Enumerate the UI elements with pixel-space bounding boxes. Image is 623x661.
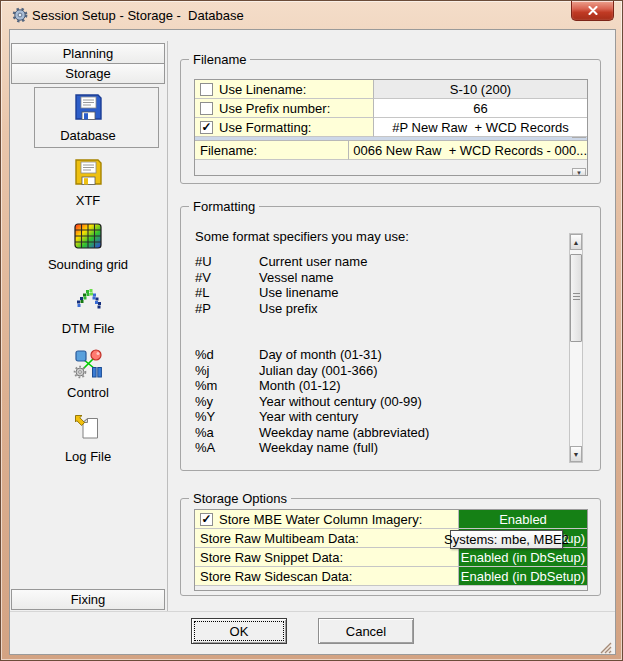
table-row-use-linename: Use Linename: S-10 (200) bbox=[195, 80, 587, 99]
footer-separator bbox=[10, 611, 615, 612]
specifier-code: %m bbox=[195, 378, 259, 393]
sidebar-item-log-file[interactable]: Log File bbox=[11, 449, 165, 464]
use-formatting-checkbox[interactable]: ✓ bbox=[200, 121, 213, 134]
spinner-down-button[interactable]: ▼ bbox=[572, 168, 586, 176]
store-sidescan-label-cell: Store Raw Sidescan Data: bbox=[195, 567, 459, 586]
specifier-code: %y bbox=[195, 394, 259, 409]
list-item: #V Vessel name bbox=[195, 270, 367, 286]
table-row-store-sidescan: Store Raw Sidescan Data: Enabled (in DbS… bbox=[195, 567, 587, 586]
specifier-code: %a bbox=[195, 425, 259, 440]
sidebar-item-control-label: Control bbox=[67, 385, 109, 400]
specifier-code: %Y bbox=[195, 409, 259, 424]
list-item: %d Day of month (01-31) bbox=[195, 347, 429, 363]
store-wci-status[interactable]: Enabled bbox=[459, 510, 587, 529]
scrollbar-thumb[interactable] bbox=[570, 254, 582, 342]
sidebar-item-dtm-file[interactable]: DTM File bbox=[11, 321, 165, 336]
linename-value: S-10 (200) bbox=[374, 80, 587, 99]
filename-table: Use Linename: S-10 (200) Use Prefix numb… bbox=[194, 79, 588, 176]
rainbow-grid-icon[interactable] bbox=[72, 220, 104, 252]
specifier-code: #U bbox=[195, 254, 259, 269]
close-button[interactable] bbox=[571, 1, 614, 21]
formatting-scrollbar[interactable]: ▲ ▼ bbox=[569, 233, 583, 463]
formatting-intro: Some format specifiers you may use: bbox=[195, 229, 409, 244]
prefix-spinner: ▲ ▼ bbox=[572, 99, 586, 117]
filename-result-label-cell: Filename: bbox=[195, 141, 349, 160]
store-wci-checkbox[interactable]: ✓ bbox=[200, 513, 213, 526]
formatting-pattern-field[interactable]: #P New Raw + WCD Records bbox=[374, 118, 587, 137]
specifier-code: %d bbox=[195, 347, 259, 362]
app-gear-icon bbox=[12, 7, 28, 23]
specifier-desc: Weekday name (abbreviated) bbox=[259, 425, 429, 440]
sidebar-item-database[interactable]: Database bbox=[11, 128, 165, 143]
sidebar-item-sounding-grid[interactable]: Sounding grid bbox=[11, 257, 165, 272]
prefix-number-field[interactable]: 66 ▲ ▼ bbox=[374, 99, 587, 118]
filename-group-title: Filename bbox=[189, 52, 250, 67]
floppy-blue-icon[interactable] bbox=[72, 91, 104, 123]
ok-button[interactable]: OK bbox=[191, 618, 287, 644]
sidebar-tab-planning[interactable]: Planning bbox=[11, 43, 165, 64]
storage-options-table: ✓ Store MBE Water Column Imagery: Enable… bbox=[194, 509, 588, 591]
list-item: #U Current user name bbox=[195, 254, 367, 270]
sidebar-item-sounding-grid-label: Sounding grid bbox=[48, 257, 128, 272]
list-item: #L Use linename bbox=[195, 285, 367, 301]
specifier-code: %A bbox=[195, 440, 259, 455]
prefix-number-value: 66 bbox=[473, 101, 487, 116]
store-multibeam-label-cell: Store Raw Multibeam Data: bbox=[195, 529, 459, 548]
storage-options-group-title: Storage Options bbox=[189, 491, 291, 506]
specifier-desc: Year with century bbox=[259, 409, 358, 424]
sidebar-tab-planning-label: Planning bbox=[63, 46, 114, 61]
log-file-icon[interactable] bbox=[72, 412, 104, 444]
specifier-desc: Day of month (01-31) bbox=[259, 347, 382, 362]
store-sidescan-label: Store Raw Sidescan Data: bbox=[200, 569, 352, 584]
cancel-button[interactable]: Cancel bbox=[318, 618, 414, 644]
specifier-code: %j bbox=[195, 363, 259, 378]
table-row-store-wci: ✓ Store MBE Water Column Imagery: Enable… bbox=[195, 510, 587, 529]
specifier-code: #P bbox=[195, 301, 259, 316]
format-specifier-list: #U Current user name #V Vessel name #L U… bbox=[195, 254, 367, 316]
use-linename-label: Use Linename: bbox=[219, 82, 306, 97]
dtm-scatter-icon[interactable] bbox=[72, 284, 104, 316]
ok-button-label: OK bbox=[230, 624, 249, 639]
specifier-desc: Year without century (00-99) bbox=[259, 394, 422, 409]
sidebar-item-database-label: Database bbox=[60, 128, 116, 143]
sidebar-item-log-file-label: Log File bbox=[65, 449, 111, 464]
store-sidescan-status: Enabled (in DbSetup) bbox=[459, 567, 587, 586]
resize-grip[interactable] bbox=[598, 640, 613, 658]
sidebar-tab-storage-label: Storage bbox=[65, 66, 111, 81]
use-linename-checkbox[interactable] bbox=[200, 83, 213, 96]
store-snippet-label: Store Raw Snippet Data: bbox=[200, 550, 343, 565]
floppy-yellow-icon[interactable] bbox=[72, 156, 104, 188]
sidebar-tab-storage[interactable]: Storage bbox=[11, 63, 165, 84]
systems-tooltip: Systems: mbe, MBE2 bbox=[450, 530, 563, 549]
sidebar-tab-fixing[interactable]: Fixing bbox=[11, 589, 165, 610]
store-snippet-status: Enabled (in DbSetup) bbox=[459, 548, 587, 567]
control-devices-icon[interactable] bbox=[72, 348, 104, 380]
store-wci-label-cell: ✓ Store MBE Water Column Imagery: bbox=[195, 510, 459, 529]
store-wci-label: Store MBE Water Column Imagery: bbox=[219, 512, 422, 527]
list-item: %j Julian day (001-366) bbox=[195, 363, 429, 379]
filename-result-label: Filename: bbox=[200, 143, 257, 158]
use-linename-label-cell: Use Linename: bbox=[195, 80, 374, 99]
table-row-filename-result: Filename: 0066 New Raw + WCD Records - 0… bbox=[195, 141, 587, 160]
scrollbar-up-button[interactable]: ▲ bbox=[570, 234, 582, 250]
list-item: %m Month (01-12) bbox=[195, 378, 429, 394]
sidebar-tab-fixing-label: Fixing bbox=[71, 592, 106, 607]
use-prefix-checkbox[interactable] bbox=[200, 102, 213, 115]
scrollbar-down-button[interactable]: ▼ bbox=[570, 446, 582, 462]
filename-result-value: 0066 New Raw + WCD Records - 000... bbox=[349, 141, 587, 160]
sidebar-item-xtf[interactable]: XTF bbox=[11, 193, 165, 208]
list-item: #P Use prefix bbox=[195, 301, 367, 317]
list-item: %y Year without century (00-99) bbox=[195, 394, 429, 410]
use-prefix-label: Use Prefix number: bbox=[219, 101, 330, 116]
use-formatting-label: Use Formatting: bbox=[219, 120, 311, 135]
table-row-use-formatting: ✓ Use Formatting: #P New Raw + WCD Recor… bbox=[195, 118, 587, 137]
table-row-use-prefix: Use Prefix number: 66 ▲ ▼ bbox=[195, 99, 587, 118]
specifier-code: #L bbox=[195, 285, 259, 300]
specifier-desc: Use linename bbox=[259, 285, 339, 300]
sidebar-item-xtf-label: XTF bbox=[76, 193, 101, 208]
scrollbar-grip bbox=[573, 293, 580, 302]
sidebar-separator bbox=[167, 41, 168, 611]
sidebar-item-control[interactable]: Control bbox=[11, 385, 165, 400]
sidebar-item-dtm-file-label: DTM File bbox=[62, 321, 115, 336]
cancel-button-label: Cancel bbox=[346, 624, 386, 639]
